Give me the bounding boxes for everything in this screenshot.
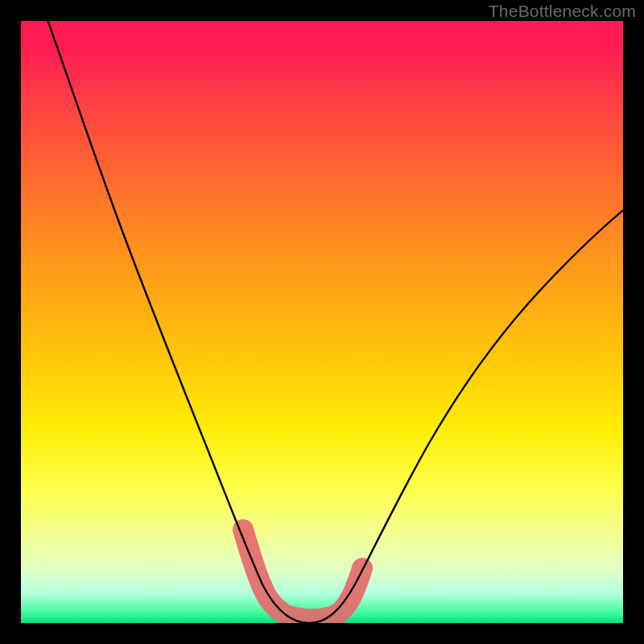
plot-area	[21, 21, 623, 623]
chart-frame: TheBottleneck.com	[0, 0, 644, 644]
curve-layer	[21, 21, 623, 623]
watermark-text: TheBottleneck.com	[489, 2, 636, 21]
black-curve-stroke	[45, 21, 623, 623]
pink-highlight-stroke	[243, 530, 362, 619]
